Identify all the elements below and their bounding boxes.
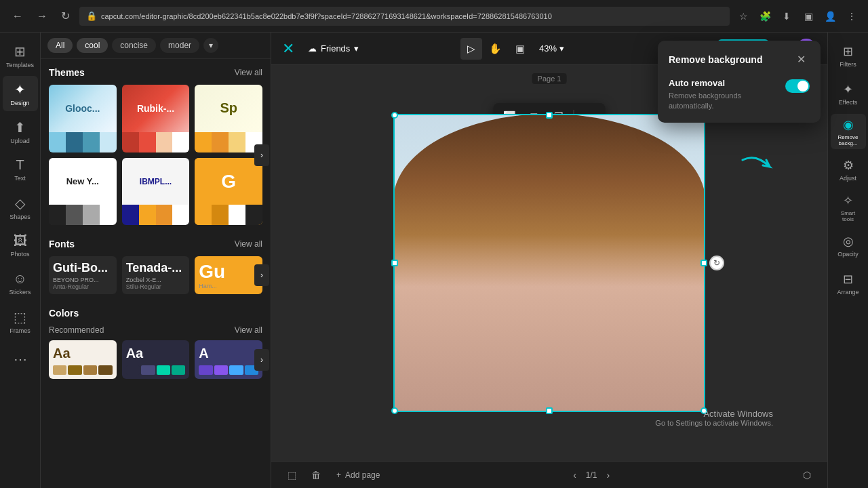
- zoom-chevron-icon: ▾: [559, 43, 564, 54]
- swatch-1c: [83, 365, 97, 375]
- sidebar-item-more[interactable]: ⋯: [3, 342, 38, 377]
- delete-button[interactable]: 🗑: [307, 466, 326, 485]
- url-text: capcut.com/editor-graphic/8cd200eb622341…: [101, 12, 552, 20]
- recommended-header: Recommended View all: [49, 325, 262, 335]
- tag-concise[interactable]: concise: [112, 38, 156, 53]
- smart-tools-icon: ✧: [843, 193, 853, 208]
- colors-next-button[interactable]: ›: [254, 349, 269, 371]
- right-sidebar-effects[interactable]: ✦ Effects: [831, 76, 866, 111]
- page-label: Page 1: [532, 73, 567, 84]
- theme-card-4[interactable]: New Y... SinkinSa...: [49, 158, 117, 226]
- prev-page-button[interactable]: ‹: [569, 468, 580, 482]
- recommended-label: Recommended: [49, 325, 104, 335]
- design-icon: ✦: [14, 81, 26, 98]
- smart-tools-label: Smarttools: [841, 210, 855, 222]
- auto-removal-toggle[interactable]: [785, 79, 810, 93]
- download-icon[interactable]: ⬇: [778, 8, 795, 24]
- url-bar[interactable]: 🔒 capcut.com/editor-graphic/8cd200eb6223…: [79, 7, 730, 26]
- color-preview-2: Aa: [126, 346, 186, 361]
- opacity-label: Opacity: [837, 251, 859, 258]
- frames-icon: ⬚: [14, 309, 26, 325]
- view-icon[interactable]: ▣: [800, 8, 816, 24]
- tag-all[interactable]: All: [47, 38, 73, 53]
- colors-view-all-button[interactable]: View all: [235, 325, 262, 335]
- reload-button[interactable]: ↻: [57, 7, 74, 25]
- fit-screen-button[interactable]: ⬡: [797, 466, 816, 485]
- font-name-3: Gu: [199, 262, 258, 283]
- sidebar-item-upload[interactable]: ⬆ Upload: [3, 114, 38, 149]
- extension-icon[interactable]: 🧩: [757, 8, 773, 24]
- font-sub2-3: Ham...: [199, 283, 258, 289]
- rotate-handle[interactable]: ↻: [709, 256, 724, 270]
- toggle-knob: [797, 81, 808, 92]
- theme-card-5[interactable]: IBMPL... Asap-SemiB...: [122, 158, 190, 226]
- fonts-view-all-button[interactable]: View all: [235, 239, 262, 249]
- colors-title: Colors: [49, 308, 79, 319]
- view-toggle-button[interactable]: ▣: [509, 38, 531, 60]
- canvas-frame[interactable]: ↻: [393, 114, 705, 412]
- arrange-icon: ⊟: [843, 272, 853, 287]
- profile-icon[interactable]: 👤: [822, 8, 838, 24]
- friends-button[interactable]: ☁ Friends ▾: [302, 41, 364, 56]
- colors-section-header: Colors: [49, 308, 262, 319]
- sidebar-item-stickers[interactable]: ☺ Stickers: [3, 266, 38, 301]
- sidebar-item-templates[interactable]: ⊞ Templates: [3, 38, 38, 73]
- swatch-1d: [98, 365, 112, 375]
- templates-icon: ⊞: [14, 43, 26, 60]
- theme-card-6[interactable]: G Gro...: [195, 158, 262, 226]
- page-info: 1/1: [586, 470, 597, 480]
- cursor-tool-button[interactable]: ▷: [460, 38, 482, 60]
- swatch-2b: [141, 365, 155, 375]
- swatch-3c: [229, 365, 243, 375]
- sidebar-item-photos[interactable]: 🖼 Photos: [3, 228, 38, 263]
- right-sidebar-smart-tools[interactable]: ✧ Smarttools: [831, 190, 866, 225]
- frame-button[interactable]: ⬚: [282, 466, 301, 485]
- topbar-actions: ☆ 🧩 ⬇ ▣ 👤 ⋮: [735, 8, 860, 24]
- fonts-next-button[interactable]: ›: [254, 264, 269, 286]
- hand-tool-button[interactable]: ✋: [485, 38, 507, 60]
- fonts-section-header: Fonts View all: [49, 239, 262, 249]
- font-card-1[interactable]: Guti-Bo... BEYOND PRO... Anta-Regular: [49, 256, 117, 294]
- theme-card-3[interactable]: Sp ZY: [195, 85, 262, 152]
- sidebar-item-design[interactable]: ✦ Design: [3, 76, 38, 111]
- theme-card-1[interactable]: Glooc... Lucette-R...: [49, 85, 117, 152]
- right-sidebar-adjust[interactable]: ⚙ Adjust: [831, 152, 866, 187]
- effects-label: Effects: [839, 99, 857, 106]
- themes-view-all-button[interactable]: View all: [235, 68, 262, 77]
- zoom-control-button[interactable]: 43% ▾: [534, 41, 570, 56]
- themes-next-button[interactable]: ›: [254, 144, 269, 166]
- friends-cloud-icon: ☁: [308, 43, 317, 54]
- text-label: Text: [14, 175, 26, 182]
- next-page-button[interactable]: ›: [603, 468, 614, 482]
- color-card-3[interactable]: A: [195, 340, 262, 379]
- right-sidebar-filters[interactable]: ⊞ Filters: [831, 38, 866, 73]
- adjust-icon: ⚙: [843, 158, 854, 173]
- bookmark-star-icon[interactable]: ☆: [735, 8, 751, 24]
- back-button[interactable]: ←: [8, 7, 27, 25]
- bottom-right: ⬡: [797, 466, 816, 485]
- tag-modern[interactable]: moder: [160, 38, 199, 53]
- colors-section: Colors Recommended View all Aa: [49, 308, 262, 379]
- color-card-1[interactable]: Aa: [49, 340, 117, 379]
- sidebar-item-shapes[interactable]: ◇ Shapes: [3, 190, 38, 225]
- font-card-3[interactable]: Gu Ham...: [195, 256, 262, 294]
- right-sidebar-arrange[interactable]: ⊟ Arrange: [831, 266, 866, 301]
- panel-content: Themes View all Glooc... Lucette-R...: [41, 59, 271, 488]
- bottom-bar: ⬚ 🗑 + Add page ‹ 1/1 › ⬡: [271, 461, 827, 488]
- tags-bar: All cool concise moder ▾: [41, 33, 271, 59]
- color-card-2[interactable]: Aa: [122, 340, 190, 379]
- forward-button[interactable]: →: [33, 7, 52, 25]
- font-sub2-2: Stilu-Regular: [126, 283, 186, 290]
- color-preview-3: A: [199, 346, 258, 361]
- remove-bg-close-button[interactable]: ✕: [793, 52, 810, 67]
- tag-cool[interactable]: cool: [77, 38, 108, 53]
- right-sidebar-remove-bg[interactable]: ◉ Removebackg...: [831, 114, 866, 149]
- sidebar-item-frames[interactable]: ⬚ Frames: [3, 304, 38, 339]
- more-options-icon[interactable]: ⋮: [844, 8, 860, 24]
- right-sidebar-opacity[interactable]: ◎ Opacity: [831, 228, 866, 263]
- sidebar-item-text[interactable]: T Text: [3, 152, 38, 187]
- theme-card-2[interactable]: Rubik-... Montserr...: [122, 85, 190, 152]
- tag-more-button[interactable]: ▾: [203, 38, 218, 53]
- add-page-button[interactable]: + Add page: [331, 466, 385, 485]
- font-card-2[interactable]: Tenada-... Zocbel X-E... Stilu-Regular: [122, 256, 190, 294]
